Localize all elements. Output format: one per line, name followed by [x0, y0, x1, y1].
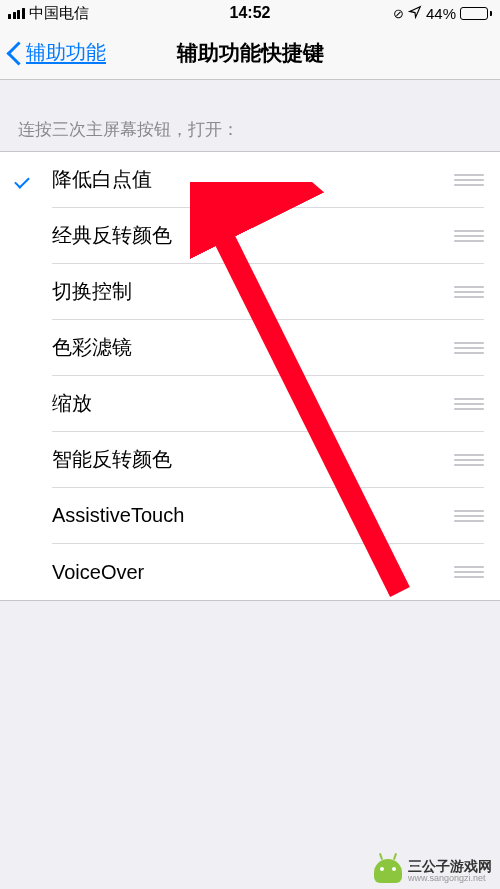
drag-handle-icon[interactable]: [454, 286, 484, 298]
list-item-label: 经典反转颜色: [52, 222, 442, 249]
section-header: 连按三次主屏幕按钮，打开：: [0, 110, 500, 151]
chevron-left-icon: [6, 40, 22, 66]
check-slot: [0, 544, 52, 600]
list-item-label: 切换控制: [52, 278, 442, 305]
checkmark-icon: [16, 172, 36, 188]
list-item[interactable]: 经典反转颜色: [0, 208, 500, 264]
drag-handle-icon[interactable]: [454, 230, 484, 242]
status-time: 14:52: [230, 4, 271, 22]
drag-handle-icon[interactable]: [454, 454, 484, 466]
drag-handle-icon[interactable]: [454, 398, 484, 410]
drag-handle-icon[interactable]: [454, 342, 484, 354]
check-slot: [0, 208, 52, 264]
navigation-bar: 辅助功能 辅助功能快捷键: [0, 26, 500, 80]
content-area: 连按三次主屏幕按钮，打开： 降低白点值 经典反转颜色 切换控制: [0, 80, 500, 601]
drag-handle-icon[interactable]: [454, 566, 484, 578]
list-item[interactable]: 缩放: [0, 376, 500, 432]
carrier-label: 中国电信: [29, 4, 89, 23]
list-item[interactable]: VoiceOver: [0, 544, 500, 600]
drag-handle-icon[interactable]: [454, 510, 484, 522]
battery-percent: 44%: [426, 5, 456, 22]
list-item-label: 缩放: [52, 390, 442, 417]
signal-strength-icon: [8, 7, 25, 19]
status-bar: 中国电信 14:52 ⊘ 44%: [0, 0, 500, 26]
watermark-logo-icon: [374, 859, 402, 883]
check-slot: [0, 488, 52, 544]
watermark-url: www.sangongzi.net: [408, 874, 492, 883]
check-slot: [0, 152, 52, 208]
orientation-lock-icon: ⊘: [393, 6, 404, 21]
list-item[interactable]: 切换控制: [0, 264, 500, 320]
watermark-name: 三公子游戏网: [408, 859, 492, 874]
back-button[interactable]: 辅助功能: [0, 39, 106, 66]
list-item[interactable]: 色彩滤镜: [0, 320, 500, 376]
back-button-label: 辅助功能: [26, 39, 106, 66]
list-item-label: 降低白点值: [52, 166, 442, 193]
check-slot: [0, 376, 52, 432]
location-icon: [408, 5, 422, 22]
list-item[interactable]: 智能反转颜色: [0, 432, 500, 488]
page-title: 辅助功能快捷键: [177, 39, 324, 67]
check-slot: [0, 432, 52, 488]
battery-icon: [460, 7, 492, 20]
list-item[interactable]: 降低白点值: [0, 152, 500, 208]
list-item[interactable]: AssistiveTouch: [0, 488, 500, 544]
list-item-label: 智能反转颜色: [52, 446, 442, 473]
list-item-label: AssistiveTouch: [52, 504, 442, 527]
list-item-label: VoiceOver: [52, 561, 442, 584]
check-slot: [0, 264, 52, 320]
options-list: 降低白点值 经典反转颜色 切换控制 色彩滤镜: [0, 151, 500, 601]
drag-handle-icon[interactable]: [454, 174, 484, 186]
check-slot: [0, 320, 52, 376]
list-item-label: 色彩滤镜: [52, 334, 442, 361]
watermark: 三公子游戏网 www.sangongzi.net: [374, 859, 492, 883]
